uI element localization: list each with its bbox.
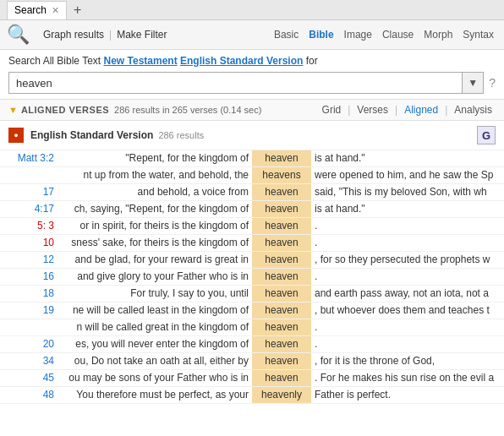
verse-reference[interactable]: 5: 3 bbox=[0, 218, 59, 234]
verse-keyword: heaven bbox=[252, 235, 311, 251]
search-tab-label: Search bbox=[14, 4, 47, 16]
verse-text-right: were opened to him, and he saw the Sp bbox=[311, 167, 504, 183]
verse-keyword: heaven bbox=[252, 269, 311, 285]
search-corpus[interactable]: New Testament bbox=[104, 55, 178, 67]
verse-reference[interactable]: 19 bbox=[0, 302, 59, 319]
search-description: Search All Bible Text New Testament Engl… bbox=[8, 55, 496, 67]
right-tabs: Basic Bible Image Clause Morph Syntax bbox=[271, 27, 497, 42]
verse-text-right: . bbox=[311, 269, 504, 285]
table-row: 45 ou may be sons of your Father who is … bbox=[0, 370, 504, 387]
verse-keyword: heaven bbox=[252, 286, 311, 302]
verse-keyword: heaven bbox=[252, 353, 311, 369]
verse-keyword: heaven bbox=[252, 184, 311, 200]
verse-keyword: heavens bbox=[252, 167, 311, 183]
verse-text-right: . bbox=[311, 336, 504, 352]
toolbar-links: Graph results | Make Filter bbox=[38, 27, 173, 42]
verse-text-right: , but whoever does them and teaches t bbox=[311, 302, 504, 319]
new-tab-button[interactable]: + bbox=[68, 1, 86, 19]
make-filter-link[interactable]: Make Filter bbox=[112, 27, 172, 42]
table-row: 16 and give glory to your Father who is … bbox=[0, 269, 504, 286]
verse-reference[interactable]: 45 bbox=[0, 370, 59, 386]
verse-keyword: heaven bbox=[252, 370, 311, 386]
verse-reference[interactable]: 48 bbox=[0, 387, 59, 403]
verse-reference[interactable]: 17 bbox=[0, 184, 59, 200]
verse-text-right: said, "This is my beloved Son, with wh bbox=[311, 184, 504, 200]
search-dropdown-button[interactable]: ▼ bbox=[463, 72, 484, 94]
search-tab-close[interactable]: ✕ bbox=[52, 5, 59, 16]
tab-syntax[interactable]: Syntax bbox=[459, 27, 497, 42]
table-row: nt up from the water, and behold, the he… bbox=[0, 167, 504, 184]
verse-text-right: and earth pass away, not an iota, not a bbox=[311, 286, 504, 302]
verse-text-left: and behold, a voice from bbox=[59, 184, 252, 200]
table-row: 4:17 ch, saying, "Repent, for the kingdo… bbox=[0, 201, 504, 218]
verse-text-left: For truly, I say to you, until bbox=[59, 286, 252, 302]
verse-reference[interactable] bbox=[0, 319, 59, 335]
graph-results-link[interactable]: Graph results bbox=[38, 27, 109, 42]
verse-text-left: ou may be sons of your Father who is in bbox=[59, 370, 252, 386]
verse-reference[interactable]: 20 bbox=[0, 336, 59, 352]
verse-keyword: heaven bbox=[252, 218, 311, 234]
top-toolbar: 🔍 Graph results | Make Filter Basic Bibl… bbox=[0, 20, 504, 50]
table-row: 19 ne will be called least in the kingdo… bbox=[0, 302, 504, 319]
search-desc-for: for bbox=[306, 55, 318, 67]
view-aligned[interactable]: Aligned bbox=[401, 103, 441, 117]
verse-reference[interactable]: 16 bbox=[0, 269, 59, 285]
verse-text-left: sness' sake, for theirs is the kingdom o… bbox=[59, 235, 252, 251]
table-row: n will be called great in the kingdom of… bbox=[0, 319, 504, 336]
table-row: 5: 3 or in spirit, for theirs is the kin… bbox=[0, 218, 504, 235]
table-row: 34 ou, Do not take an oath at all, eithe… bbox=[0, 353, 504, 370]
verse-reference[interactable] bbox=[0, 167, 59, 183]
verse-keyword: heaven bbox=[252, 252, 311, 268]
tab-bible[interactable]: Bible bbox=[305, 27, 337, 42]
table-row: Matt 3:2 "Repent, for the kingdom of hea… bbox=[0, 150, 504, 167]
version-icon: ● bbox=[8, 128, 24, 143]
tab-clause[interactable]: Clause bbox=[379, 27, 417, 42]
table-row: 17 and behold, a voice from heaven said,… bbox=[0, 184, 504, 201]
verse-reference[interactable]: Matt 3:2 bbox=[0, 150, 59, 166]
verse-reference[interactable]: 18 bbox=[0, 286, 59, 302]
search-version[interactable]: English Standard Version bbox=[180, 55, 303, 67]
verse-text-left: and give glory to your Father who is in bbox=[59, 269, 252, 285]
view-grid[interactable]: Grid bbox=[319, 103, 345, 117]
verse-text-left: ou, Do not take an oath at all, either b… bbox=[59, 353, 252, 369]
version-result-count: 286 results bbox=[158, 130, 204, 140]
verse-text-right: is at hand." bbox=[311, 201, 504, 217]
table-row: 18 For truly, I say to you, until heaven… bbox=[0, 286, 504, 302]
collapse-triangle-icon[interactable]: ▼ bbox=[8, 105, 18, 115]
view-verses[interactable]: Verses bbox=[353, 103, 392, 117]
verse-reference[interactable]: 4:17 bbox=[0, 201, 59, 217]
verse-text-right: . bbox=[311, 235, 504, 251]
results-header: ▼ ALIGNED VERSES 286 results in 265 vers… bbox=[0, 100, 504, 121]
verse-text-left: es, you will never enter the kingdom of bbox=[59, 336, 252, 352]
search-input[interactable] bbox=[8, 72, 463, 94]
verse-keyword: heaven bbox=[252, 150, 311, 166]
verse-reference[interactable]: 10 bbox=[0, 235, 59, 251]
verse-reference[interactable]: 34 bbox=[0, 353, 59, 369]
verse-text-left: ne will be called least in the kingdom o… bbox=[59, 302, 252, 319]
search-bar-area: Search All Bible Text New Testament Engl… bbox=[0, 50, 504, 100]
verse-text-right: . bbox=[311, 218, 504, 234]
search-icon-large: 🔍 bbox=[7, 24, 30, 46]
tab-basic[interactable]: Basic bbox=[271, 27, 302, 42]
verse-text-right: , for it is the throne of God, bbox=[311, 353, 504, 369]
verse-text-right: Father is perfect. bbox=[311, 387, 504, 403]
verse-keyword: heaven bbox=[252, 336, 311, 352]
tab-image[interactable]: Image bbox=[341, 27, 375, 42]
verse-text-left: nt up from the water, and behold, the bbox=[59, 167, 252, 183]
help-icon[interactable]: ? bbox=[489, 76, 496, 90]
verse-rows-container: Matt 3:2 "Repent, for the kingdom of hea… bbox=[0, 150, 504, 404]
grid-icon-button[interactable]: G bbox=[477, 126, 496, 144]
search-tab[interactable]: Search ✕ bbox=[7, 1, 67, 19]
version-name: English Standard Version bbox=[30, 129, 153, 141]
verse-reference[interactable]: 12 bbox=[0, 252, 59, 268]
table-row: 48 You therefore must be perfect, as you… bbox=[0, 387, 504, 404]
view-analysis[interactable]: Analysis bbox=[451, 103, 496, 117]
tab-morph[interactable]: Morph bbox=[420, 27, 456, 42]
verse-text-left: or in spirit, for theirs is the kingdom … bbox=[59, 218, 252, 234]
verse-text-left: ch, saying, "Repent, for the kingdom of bbox=[59, 201, 252, 217]
tab-bar: Search ✕ + bbox=[0, 0, 504, 20]
verse-keyword: heaven bbox=[252, 302, 311, 319]
results-count: 286 results in 265 verses (0.14 sec) bbox=[114, 105, 261, 115]
table-row: 10 sness' sake, for theirs is the kingdo… bbox=[0, 235, 504, 252]
verse-text-right: . bbox=[311, 319, 504, 335]
